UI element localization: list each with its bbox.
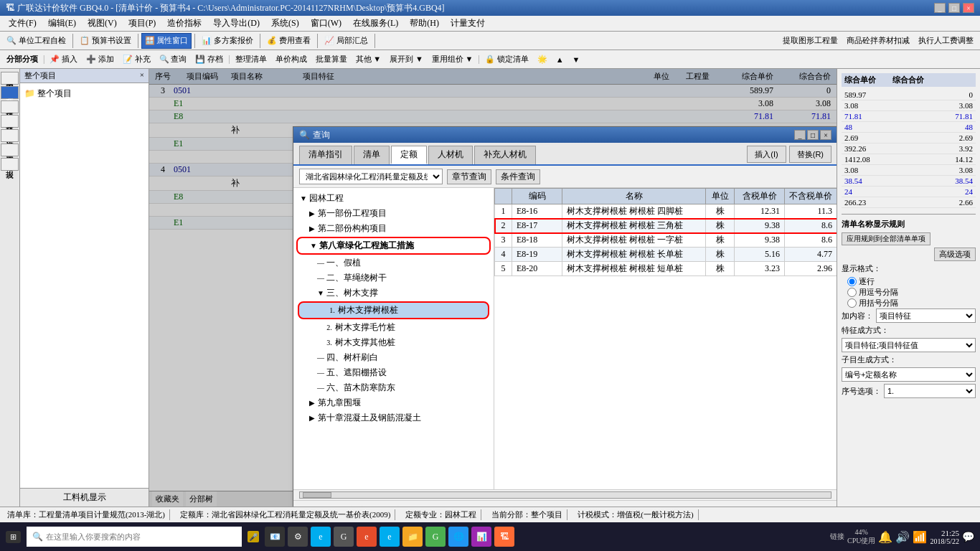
radio-supplement[interactable]: 补充	[337, 505, 367, 507]
expand-icon[interactable]: ▶	[308, 209, 316, 217]
sidebar-materials[interactable]: 人材机汇总	[1, 129, 19, 142]
sidebar-measures[interactable]: 措施项目	[1, 100, 19, 113]
btn-add[interactable]: ➕ 添加	[83, 52, 118, 67]
btn-budget-settings[interactable]: 📋 预算书设置	[76, 33, 135, 49]
expand-icon[interactable]: ▼	[316, 289, 325, 297]
grid-row-4[interactable]: 4 E8-19 树木支撑树根桩 树根桩 长单桩 株 5.16 4.77	[495, 248, 837, 262]
grid-row-5[interactable]: 5 E8-20 树木支撑树根桩 树根桩 短单桩 株 3.23 2.96	[495, 262, 837, 276]
tree-item-ch8-3-3[interactable]: 3. 树木支撑其他桩	[296, 335, 491, 350]
expand-icon[interactable]: —	[316, 259, 325, 267]
tree-item-ch8[interactable]: ▼ 第八章绿化工程施工措施	[296, 237, 491, 255]
menu-help[interactable]: 帮助(H)	[404, 16, 445, 31]
menu-edit[interactable]: 编辑(E)	[42, 16, 82, 31]
db-selector[interactable]: 湖北省园林绿化工程消耗量定额及统一	[299, 169, 443, 184]
btn-property-window[interactable]: 🪟 属性窗口	[141, 33, 192, 49]
format-row-radio[interactable]	[847, 277, 857, 286]
radio-all[interactable]: 全部	[375, 505, 405, 507]
btn-nav-up[interactable]: ▲	[552, 52, 567, 67]
app-icon-8[interactable]: 🌐	[448, 527, 468, 547]
app-icon-3[interactable]: G	[334, 527, 354, 547]
app-icon-1[interactable]: 📧	[265, 527, 285, 547]
radio-standard[interactable]: 标准	[299, 505, 329, 507]
btn-fee-view[interactable]: 💰 费用查看	[263, 33, 314, 49]
format-radio-row[interactable]: 逐行	[847, 276, 976, 287]
app-icon-10[interactable]: 🏗	[494, 527, 514, 547]
grid-row-2[interactable]: 2 E8-17 树木支撑树根桩 树根桩 三角桩 株 9.38 8.6	[495, 219, 837, 233]
btn-archive[interactable]: 💾 存档	[192, 52, 227, 67]
btn-reuse[interactable]: 重用组价 ▼	[428, 52, 477, 67]
seq-select[interactable]: 1.	[884, 384, 976, 398]
window-controls[interactable]: _ □ ×	[934, 3, 974, 13]
btn-supplement[interactable]: 📝 补充	[119, 52, 154, 67]
app-icon-ie[interactable]: e	[311, 527, 331, 547]
app-icon-6[interactable]: 📁	[402, 527, 423, 547]
modal-minimize[interactable]: _	[794, 130, 806, 140]
tree-item-ch8-5[interactable]: — 五、遮阳棚搭设	[296, 365, 491, 380]
maximize-button[interactable]: □	[948, 3, 960, 13]
close-button[interactable]: ×	[963, 3, 974, 13]
menu-view[interactable]: 视图(V)	[82, 16, 123, 31]
minimize-button[interactable]: _	[934, 3, 946, 13]
menu-measure[interactable]: 计量支付	[445, 16, 491, 31]
menu-import-export[interactable]: 导入导出(D)	[207, 16, 265, 31]
btn-multi-plan[interactable]: 📊 多方案报价	[198, 33, 257, 49]
format-comma-radio[interactable]	[847, 288, 857, 297]
material-display-btn[interactable]: 工料机显示	[20, 488, 149, 507]
app-icon-4[interactable]: e	[357, 527, 377, 547]
btn-other[interactable]: 其他 ▼	[352, 52, 385, 67]
tree-item-ch10[interactable]: ▶ 第十章混凝土及钢筋混凝土	[296, 410, 491, 425]
subtab-condition[interactable]: 条件查询	[496, 169, 540, 184]
sidebar-overview[interactable]: 工程概况	[1, 72, 19, 85]
insert-button[interactable]: 插入(I)	[747, 146, 786, 163]
format-radio-comma[interactable]: 用逗号分隔	[847, 287, 976, 298]
btn-lock2[interactable]: 🌟	[534, 52, 551, 67]
search-input[interactable]	[46, 532, 236, 541]
sub-select[interactable]: 编号+定额名称	[842, 367, 976, 382]
btn-unit-compose[interactable]: 单价构成	[272, 52, 311, 67]
format-radio-bracket[interactable]: 用括号分隔	[847, 298, 976, 309]
expand-icon[interactable]: —	[316, 384, 325, 392]
tree-item-ch8-3-1[interactable]: 1. 树木支撑树根桩	[298, 301, 489, 319]
btn-lock[interactable]: 🔒 锁定清单	[481, 52, 532, 67]
expand-icon[interactable]: —	[316, 354, 325, 362]
project-tree-item-root[interactable]: 📁 整个项目	[23, 86, 146, 101]
btn-local-sum[interactable]: 📈 局部汇总	[321, 33, 372, 49]
btn-nav-down[interactable]: ▼	[569, 52, 584, 67]
sidebar-fee-sum[interactable]: 费用汇总	[1, 143, 19, 156]
btn-sub-item[interactable]: 分部分项	[3, 52, 42, 67]
modal-close[interactable]: ×	[820, 130, 831, 140]
subtab-chapter[interactable]: 章节查询	[447, 169, 491, 184]
tree-item-ch8-2[interactable]: — 二、草绳绕树干	[296, 270, 491, 286]
menu-window[interactable]: 窗口(W)	[305, 16, 347, 31]
menu-project[interactable]: 项目(P)	[123, 16, 162, 31]
expand-icon[interactable]: —	[316, 369, 325, 377]
btn-labor-adjust[interactable]: 执行人工费调整	[915, 33, 977, 49]
mic-icon[interactable]: 🎤	[248, 531, 259, 542]
grid-row-1[interactable]: 1 E8-16 树木支撑树根桩 树根桩 四脚桩 株 12.31 11.3	[495, 204, 837, 219]
expand-icon[interactable]: ▶	[308, 225, 316, 232]
btn-batch-calc[interactable]: 批量算量	[312, 52, 351, 67]
modal-window-controls[interactable]: _ □ ×	[794, 130, 831, 140]
menu-online[interactable]: 在线服务(L)	[347, 16, 404, 31]
start-button[interactable]: ⊞	[6, 531, 21, 543]
tab-list[interactable]: 清单	[354, 146, 390, 164]
tree-item-garden[interactable]: ▼ 园林工程	[296, 191, 491, 206]
grid-row-3[interactable]: 3 E8-18 树木支撑树根桩 树根桩 一字桩 株 9.38 8.6	[495, 233, 837, 248]
replace-button[interactable]: 替换(R)	[789, 146, 831, 163]
expand-icon[interactable]: ▼	[299, 194, 308, 202]
apply-rules-button[interactable]: 应用规则到全部清单单项	[842, 232, 930, 245]
format-bracket-radio[interactable]	[847, 298, 857, 308]
expand-icon[interactable]: ▶	[308, 414, 316, 422]
tree-item-ch8-4[interactable]: — 四、树杆刷白	[296, 350, 491, 365]
menu-price-index[interactable]: 造价指标	[161, 16, 207, 31]
btn-material-select[interactable]: 商品砼拌养材扣减	[843, 33, 913, 49]
advanced-options-button[interactable]: 高级选项	[934, 248, 976, 261]
btn-unit-check[interactable]: 🔍 单位工程自检	[3, 33, 70, 49]
btn-expand[interactable]: 展开到 ▼	[386, 52, 427, 67]
menu-file[interactable]: 文件(F)	[3, 16, 42, 31]
scrollbar-thumb[interactable]	[303, 492, 331, 498]
horizontal-scrollbar[interactable]	[299, 491, 831, 499]
tree-item-part1[interactable]: ▶ 第一部份工程项目	[296, 206, 491, 221]
tree-item-ch9[interactable]: ▶ 第九章围堰	[296, 395, 491, 410]
search-box[interactable]: 🔍	[27, 527, 242, 547]
